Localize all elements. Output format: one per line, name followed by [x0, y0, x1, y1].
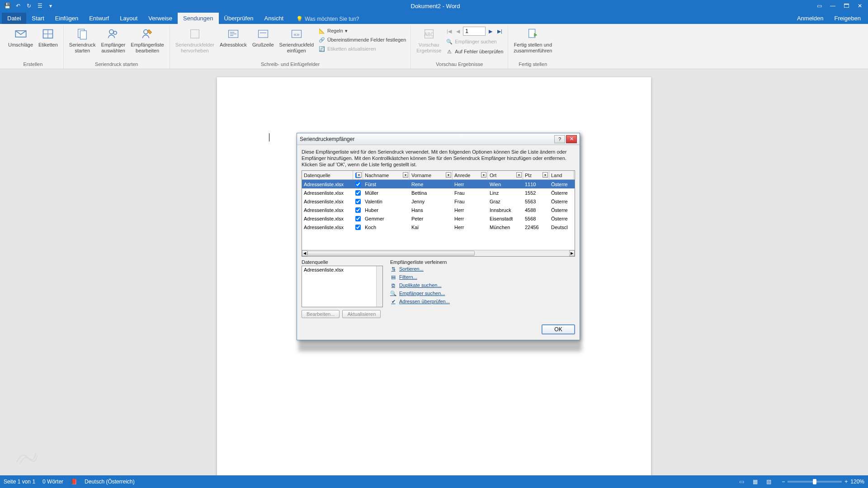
adressblock-button[interactable]: Adressblock [218, 26, 249, 49]
seriendruckfeld-button[interactable]: «» Seriendruckfeld einfügen [278, 26, 316, 55]
row-checkbox[interactable] [355, 182, 361, 187]
signin-link[interactable]: Anmelden [792, 13, 829, 24]
sort-link[interactable]: ⇅Sortieren... [390, 266, 575, 272]
zoom-control[interactable]: − + 120% [782, 479, 864, 485]
tab-ueberpruefen[interactable]: Überprüfen [219, 13, 259, 24]
dialog-description: Diese Empfängerliste wird für den Serien… [302, 149, 575, 168]
table-row[interactable]: Adressenliste.xlsxMüllerBettinaFrauLinz1… [302, 188, 575, 197]
touch-mode-icon[interactable]: ☰ [35, 1, 44, 10]
greeting-icon [256, 27, 270, 41]
etiketten-button[interactable]: Etiketten [37, 26, 60, 49]
tab-einfuegen[interactable]: Einfügen [50, 13, 84, 24]
row-checkbox[interactable] [355, 199, 361, 204]
tab-entwurf[interactable]: Entwurf [84, 13, 114, 24]
zoom-out-icon[interactable]: − [782, 479, 785, 485]
row-checkbox[interactable] [355, 225, 361, 230]
chevron-down-icon[interactable]: ▾ [446, 172, 451, 178]
help-icon[interactable]: ? [554, 135, 565, 143]
table-row[interactable]: Adressenliste.xlsxValentinJennyFrauGraz5… [302, 197, 575, 206]
web-layout-icon[interactable]: ▧ [763, 477, 774, 486]
chevron-down-icon[interactable]: ▾ [481, 172, 486, 178]
validate-link[interactable]: ✔Adressen überprüfen... [390, 298, 575, 305]
check-errors-icon: ⚠ [446, 48, 453, 55]
tab-ansicht[interactable]: Ansicht [259, 13, 289, 24]
last-record-icon[interactable]: ▶| [495, 27, 504, 36]
row-checkbox[interactable] [355, 207, 361, 213]
felder-festlegen-button[interactable]: 🔗Übereinstimmende Felder festlegen [317, 36, 407, 44]
maximize-icon[interactable]: 🗖 [840, 1, 853, 10]
fehler-pruefen-button[interactable]: ⚠Auf Fehler überprüfen [445, 47, 504, 56]
svg-point-6 [109, 30, 113, 34]
tab-verweise[interactable]: Verweise [143, 13, 178, 24]
page-status[interactable]: Seite 1 von 1 [4, 479, 35, 485]
zoom-slider[interactable] [788, 481, 842, 483]
find-recipient-link[interactable]: 🔍Empfänger suchen... [390, 290, 575, 296]
row-checkbox[interactable] [355, 190, 361, 196]
seriendruck-starten-button[interactable]: Seriendruck starten [67, 26, 98, 55]
minimize-icon[interactable]: — [826, 1, 839, 10]
grusszeile-button[interactable]: Grußzeile [250, 26, 276, 49]
next-record-icon[interactable]: ▶ [486, 27, 495, 36]
regeln-button[interactable]: 📐Regeln ▾ [317, 27, 407, 35]
fertigstellen-button[interactable]: Fertig stellen und zusammenführen [512, 26, 554, 55]
zoom-level[interactable]: 120% [850, 479, 864, 485]
col-land[interactable]: Land [549, 171, 574, 179]
table-row[interactable]: Adressenliste.xlsxHuberHansHerrInnsbruck… [302, 206, 575, 214]
empfaengerliste-bearbeiten-button[interactable]: Empfängerliste bearbeiten [129, 26, 165, 55]
table-row[interactable]: Adressenliste.xlsxKochKaiHerrMünchen2245… [302, 223, 575, 231]
chevron-down-icon[interactable]: ▾ [356, 172, 362, 178]
tab-sendungen[interactable]: Sendungen [178, 13, 219, 24]
word-count[interactable]: 0 Wörter [42, 479, 63, 485]
row-checkbox[interactable] [355, 216, 361, 221]
table-row[interactable]: Adressenliste.xlsxGemmerPeterHerrEisenst… [302, 214, 575, 223]
h-scrollbar[interactable]: ◀ ▶ [302, 250, 575, 256]
tab-start[interactable]: Start [26, 13, 49, 24]
scroll-left-icon[interactable]: ◀ [302, 250, 307, 256]
save-icon[interactable]: 💾 [3, 1, 12, 10]
zoom-in-icon[interactable]: + [844, 479, 848, 485]
ribbon-options-icon[interactable]: ▭ [813, 1, 826, 10]
col-nachname[interactable]: Nachname▾ [363, 171, 410, 179]
tab-layout[interactable]: Layout [114, 13, 143, 24]
v-scrollbar[interactable] [376, 266, 382, 307]
col-plz[interactable]: Plz▾ [523, 171, 549, 179]
duplicates-link[interactable]: ⧉Duplikate suchen... [390, 282, 575, 288]
tell-me-search[interactable]: 💡 Was möchten Sie tun? [292, 14, 363, 24]
record-number-input[interactable] [463, 27, 486, 36]
group-label-felder: Schreib- und Einfügefelder [174, 61, 407, 69]
umschlaege-button[interactable]: Umschläge [6, 26, 35, 49]
tab-file[interactable]: Datei [2, 13, 26, 24]
print-layout-icon[interactable]: ▦ [749, 477, 761, 486]
language-status[interactable]: Deutsch (Österreich) [85, 479, 135, 485]
recipients-table: Datenquelle ▾ Nachname▾ Vorname▾ Anrede▾… [302, 170, 575, 257]
col-ort[interactable]: Ort▾ [488, 171, 523, 179]
close-window-icon[interactable]: ✕ [854, 1, 866, 10]
datasource-item[interactable]: Adressenliste.xlsx [304, 267, 381, 272]
chevron-down-icon[interactable]: ▾ [542, 172, 548, 178]
undo-icon[interactable]: ↶ [14, 1, 23, 10]
share-button[interactable]: Freigeben [829, 13, 866, 24]
scroll-thumb[interactable] [307, 251, 475, 256]
ok-button[interactable]: OK [542, 324, 575, 334]
svg-point-8 [144, 30, 148, 34]
scroll-right-icon[interactable]: ▶ [569, 250, 575, 256]
filter-link[interactable]: ▤Filtern... [390, 274, 575, 280]
etiketten-aktualisieren-button: 🔄Etiketten aktualisieren [317, 45, 407, 53]
recipients-icon [106, 27, 120, 41]
chevron-down-icon[interactable]: ▾ [516, 172, 522, 178]
dialog-titlebar[interactable]: Seriendruckempfänger ? ✕ [297, 133, 580, 145]
read-mode-icon[interactable]: ▭ [736, 477, 747, 486]
chevron-down-icon[interactable]: ▾ [403, 172, 408, 178]
col-datenquelle[interactable]: Datenquelle [302, 171, 353, 179]
close-icon[interactable]: ✕ [566, 135, 577, 143]
duplicates-icon: ⧉ [390, 282, 396, 288]
spellcheck-icon[interactable]: 📕 [71, 479, 77, 485]
table-row[interactable]: Adressenliste.xlsxFürstReneHerrWien1110Ö… [302, 180, 575, 188]
col-checkbox-all[interactable]: ▾ [353, 171, 363, 179]
qat-dropdown-icon[interactable]: ▾ [46, 1, 55, 10]
empfaenger-auswaehlen-button[interactable]: Empfänger auswählen [99, 26, 127, 55]
redo-icon[interactable]: ↻ [24, 1, 33, 10]
datasource-list[interactable]: Adressenliste.xlsx [302, 266, 383, 307]
col-anrede[interactable]: Anrede▾ [453, 171, 488, 179]
col-vorname[interactable]: Vorname▾ [410, 171, 453, 179]
